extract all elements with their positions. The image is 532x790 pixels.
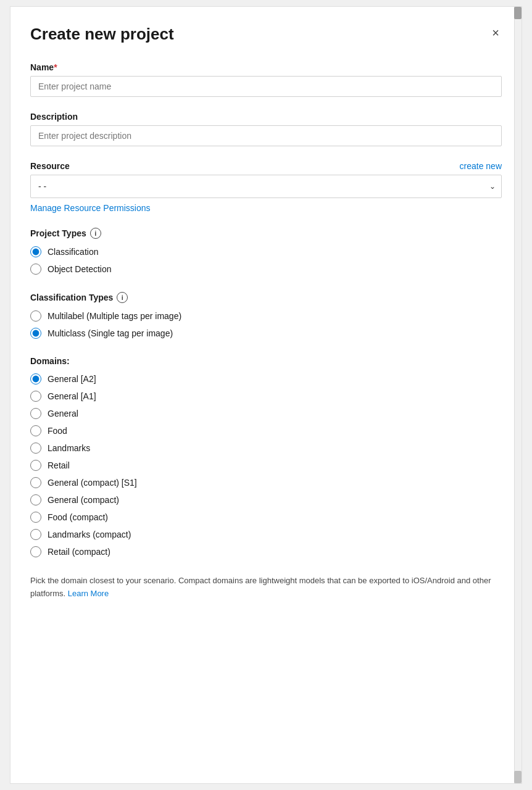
- name-label: Name*: [30, 62, 502, 72]
- domain-food-compact-radio[interactable]: [30, 512, 41, 523]
- resource-select[interactable]: - -: [30, 175, 502, 198]
- scrollbar-track[interactable]: [514, 7, 522, 783]
- domain-food-label: Food: [48, 426, 67, 436]
- domain-general-a1-label: General [A1]: [48, 391, 96, 401]
- domain-general-a2-label: General [A2]: [48, 374, 96, 384]
- manage-permissions-link[interactable]: Manage Resource Permissions: [30, 203, 502, 213]
- domain-general-compact-option[interactable]: General (compact): [30, 494, 502, 505]
- domain-landmarks-compact-option[interactable]: Landmarks (compact): [30, 529, 502, 540]
- close-button[interactable]: ×: [489, 24, 502, 41]
- domain-general-a1-option[interactable]: General [A1]: [30, 391, 502, 402]
- project-type-classification-option[interactable]: Classification: [30, 246, 502, 257]
- name-input[interactable]: [30, 76, 502, 97]
- description-field-group: Description: [30, 112, 502, 146]
- domain-landmarks-option[interactable]: Landmarks: [30, 443, 502, 454]
- domain-retail-compact-option[interactable]: Retail (compact): [30, 546, 502, 557]
- required-star: *: [54, 62, 57, 72]
- project-types-section: Project Types i Classification Object De…: [30, 228, 502, 275]
- domains-radio-group: General [A2] General [A1] General Food L…: [30, 373, 502, 557]
- classification-types-info-icon[interactable]: i: [117, 292, 128, 303]
- classification-type-multiclass-label: Multiclass (Single tag per image): [48, 328, 173, 338]
- domain-retail-compact-label: Retail (compact): [48, 547, 110, 557]
- scrollbar-thumb-bottom[interactable]: [514, 771, 522, 783]
- domain-landmarks-compact-radio[interactable]: [30, 529, 41, 540]
- domain-food-option[interactable]: Food: [30, 425, 502, 436]
- scrollbar-thumb-top[interactable]: [514, 7, 522, 19]
- description-input[interactable]: [30, 125, 502, 146]
- domain-general-a1-radio[interactable]: [30, 391, 41, 402]
- domain-general-compact-radio[interactable]: [30, 494, 41, 505]
- domain-retail-option[interactable]: Retail: [30, 460, 502, 471]
- project-type-classification-radio[interactable]: [30, 246, 41, 257]
- domain-general-radio[interactable]: [30, 408, 41, 419]
- domain-landmarks-label: Landmarks: [48, 443, 90, 453]
- project-types-label: Project Types i: [30, 228, 502, 239]
- domain-retail-compact-radio[interactable]: [30, 546, 41, 557]
- domain-food-compact-label: Food (compact): [48, 512, 108, 522]
- domain-food-compact-option[interactable]: Food (compact): [30, 512, 502, 523]
- classification-type-multilabel-option[interactable]: Multilabel (Multiple tags per image): [30, 310, 502, 322]
- modal-header: Create new project ×: [30, 24, 502, 45]
- learn-more-link[interactable]: Learn More: [68, 589, 109, 598]
- resource-field-group: Resource create new - - ⌄ Manage Resourc…: [30, 161, 502, 213]
- domain-general-option[interactable]: General: [30, 408, 502, 419]
- domain-general-compact-s1-radio[interactable]: [30, 477, 41, 488]
- domain-retail-radio[interactable]: [30, 460, 41, 471]
- modal-title: Create new project: [30, 24, 174, 45]
- domain-general-compact-label: General (compact): [48, 495, 119, 505]
- project-type-object-detection-option[interactable]: Object Detection: [30, 264, 502, 275]
- domain-general-a2-option[interactable]: General [A2]: [30, 373, 502, 385]
- project-types-radio-group: Classification Object Detection: [30, 246, 502, 275]
- domain-general-compact-s1-label: General (compact) [S1]: [48, 478, 137, 488]
- classification-types-label: Classification Types i: [30, 292, 502, 303]
- domain-general-label: General: [48, 409, 78, 418]
- resource-label: Resource: [30, 161, 70, 171]
- resource-row: Resource create new: [30, 161, 502, 171]
- domain-landmarks-radio[interactable]: [30, 443, 41, 454]
- modal-container: Create new project × Name* Description R…: [10, 6, 522, 784]
- domain-general-compact-s1-option[interactable]: General (compact) [S1]: [30, 477, 502, 488]
- project-type-object-detection-radio[interactable]: [30, 264, 41, 275]
- domains-section: Domains: General [A2] General [A1] Gener…: [30, 356, 502, 557]
- hint-text: Pick the domain closest to your scenario…: [30, 575, 502, 601]
- domain-general-a2-radio[interactable]: [30, 373, 41, 385]
- description-label: Description: [30, 112, 502, 122]
- name-field-group: Name*: [30, 62, 502, 97]
- create-new-link[interactable]: create new: [460, 161, 502, 171]
- domain-landmarks-compact-label: Landmarks (compact): [48, 530, 131, 539]
- domains-label: Domains:: [30, 356, 502, 366]
- classification-types-radio-group: Multilabel (Multiple tags per image) Mul…: [30, 310, 502, 339]
- classification-type-multiclass-radio[interactable]: [30, 328, 41, 339]
- domain-food-radio[interactable]: [30, 425, 41, 436]
- classification-types-section: Classification Types i Multilabel (Multi…: [30, 292, 502, 339]
- project-type-classification-label: Classification: [48, 247, 98, 257]
- domain-retail-label: Retail: [48, 460, 70, 470]
- resource-select-wrapper: - - ⌄: [30, 175, 502, 198]
- project-type-object-detection-label: Object Detection: [48, 264, 112, 274]
- project-types-info-icon[interactable]: i: [90, 228, 101, 239]
- classification-type-multilabel-label: Multilabel (Multiple tags per image): [48, 311, 181, 321]
- classification-type-multilabel-radio[interactable]: [30, 310, 41, 322]
- classification-type-multiclass-option[interactable]: Multiclass (Single tag per image): [30, 328, 502, 339]
